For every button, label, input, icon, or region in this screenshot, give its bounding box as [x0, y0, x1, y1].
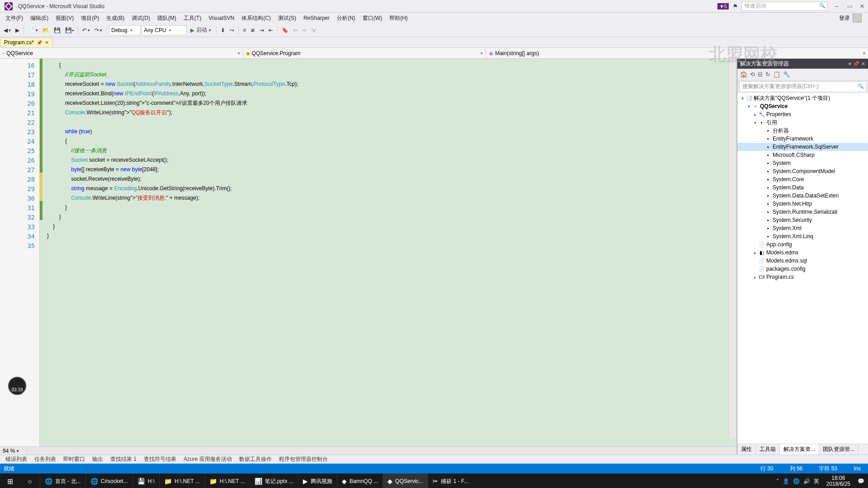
start-button[interactable]: ⊞	[0, 477, 20, 486]
avatar-icon[interactable]	[853, 14, 862, 23]
tree-row[interactable]: 📄Models.edmx.sql	[737, 257, 868, 265]
tab-properties[interactable]: 属性	[737, 444, 756, 455]
home-icon[interactable]: 🏠	[740, 71, 747, 78]
refresh-icon[interactable]: ↻	[765, 71, 770, 78]
bottom-tab[interactable]: 任务列表	[32, 455, 59, 464]
outdent-button[interactable]: ⇤	[267, 26, 275, 34]
bottom-tab[interactable]: 输出	[90, 455, 106, 464]
tree-row[interactable]: ▪System	[737, 159, 868, 167]
step-icon[interactable]: ⬇	[219, 26, 227, 34]
forward-button[interactable]: ▶	[14, 26, 21, 34]
save-all-button[interactable]: 💾▪	[63, 26, 75, 34]
sync-icon[interactable]: ⟲	[750, 71, 755, 78]
taskbar-item[interactable]: 🌐首页 - 北...	[40, 474, 85, 488]
menu-resharper[interactable]: ReSharper	[300, 14, 333, 23]
redo-button[interactable]: ↷▾	[93, 26, 104, 34]
tree-row[interactable]: ▪System.Xml	[737, 224, 868, 232]
nav-class-dropdown[interactable]: ◆QQService.Program▾	[243, 48, 486, 58]
pin-icon[interactable]: 📌	[37, 40, 42, 45]
menu-project[interactable]: 项目(P)	[77, 13, 103, 23]
system-tray[interactable]: ˄ 👤 🌐 🔊 英 18:062018/6/25 💬	[773, 475, 868, 487]
tab-team[interactable]: 团队资源管...	[819, 444, 859, 455]
bottom-tab[interactable]: 程序包管理器控制台	[276, 455, 330, 464]
maximize-button[interactable]: ▭	[845, 3, 854, 9]
tree-row[interactable]: ▪System.Net.Http	[737, 200, 868, 208]
uncomment-button[interactable]: ≢	[249, 26, 257, 34]
tree-row[interactable]: ▪System.Xml.Linq	[737, 232, 868, 240]
bottom-tab[interactable]: 即时窗口	[61, 455, 88, 464]
vertical-scrollbar[interactable]	[728, 59, 736, 438]
menu-file[interactable]: 文件(F)	[2, 13, 27, 23]
login-link[interactable]: 登录	[839, 14, 850, 22]
bottom-tab[interactable]: 数据工具操作	[236, 455, 274, 464]
tray-up-icon[interactable]: ˄	[776, 478, 779, 484]
taskbar-item[interactable]: ▶腾讯视频	[298, 474, 337, 488]
menu-debug[interactable]: 调试(D)	[128, 13, 154, 23]
open-button[interactable]: 📂	[41, 26, 51, 34]
tray-net-icon[interactable]: 🌐	[793, 478, 800, 484]
new-file-button[interactable]: 📄▾	[26, 26, 40, 34]
close-button[interactable]: ✕	[858, 3, 866, 9]
bottom-tab[interactable]: 查找符号结果	[141, 455, 179, 464]
zoom-dropdown[interactable]: 94 %▾	[0, 448, 27, 454]
tree-row[interactable]: ▸🔧Properties	[737, 110, 868, 118]
doc-tab-program[interactable]: Program.cs* 📌 ✕	[0, 38, 53, 47]
bookmark-icon[interactable]: 🔖	[280, 26, 290, 34]
properties-icon[interactable]: 🔧	[783, 71, 790, 78]
tray-notif-icon[interactable]: 💬	[858, 478, 864, 484]
tray-user-icon[interactable]: 👤	[783, 478, 789, 484]
nav-member-dropdown[interactable]: ◉Main(string[] args)▾	[486, 48, 868, 58]
undo-button[interactable]: ↶▾	[80, 26, 92, 34]
taskbar-item[interactable]: 📁H:\.NET ...	[159, 474, 204, 488]
bottom-tab[interactable]: 查找结果 1	[108, 455, 139, 464]
taskbar-item[interactable]: 📊笔记.pptx ...	[250, 474, 298, 488]
taskbar-item[interactable]: ◆QQServic...	[382, 474, 428, 488]
tree-row[interactable]: ▾📑解决方案"QQService"(1 个项目)	[737, 94, 868, 102]
taskbar-item[interactable]: ✂捕获 1 - F...	[428, 474, 473, 488]
taskbar-item[interactable]: 🌐C#socket...	[85, 474, 132, 488]
taskbar-item[interactable]: 📁H:\.NET ...	[204, 474, 250, 488]
tray-ime[interactable]: 英	[814, 478, 819, 485]
nav2-icon[interactable]: ⇨	[300, 26, 308, 34]
tab-toolbox[interactable]: 工具箱	[756, 444, 780, 455]
menu-team[interactable]: 团队(M)	[154, 13, 180, 23]
tree-row[interactable]: ▪System.Data.DataSetExten	[737, 192, 868, 200]
show-all-icon[interactable]: 📋	[773, 71, 780, 78]
solution-tree[interactable]: ▾📑解决方案"QQService"(1 个项目)▾▫QQService▸🔧Pro…	[737, 93, 868, 444]
tree-row[interactable]: ▪分析器	[737, 127, 868, 135]
menu-architecture[interactable]: 体系结构(C)	[238, 13, 274, 23]
indent-button[interactable]: ⇥	[258, 26, 266, 34]
flag-icon[interactable]: ⚑	[731, 2, 740, 11]
clock[interactable]: 18:062018/6/25	[823, 475, 854, 487]
taskbar-item[interactable]: ◆BamnQQ ...	[337, 474, 382, 488]
menu-view[interactable]: 视图(V)	[52, 13, 77, 23]
platform-dropdown[interactable]: Any CPU▾	[142, 25, 187, 35]
tree-row[interactable]: 📄App.config	[737, 240, 868, 249]
menu-build[interactable]: 生成(B)	[103, 13, 128, 23]
tree-row[interactable]: ▪System.Runtime.Serializati	[737, 208, 868, 216]
back-button[interactable]: ◀▾	[2, 26, 13, 34]
bottom-tab[interactable]: 错误列表	[3, 455, 30, 464]
nav3-icon[interactable]: ⇲	[309, 26, 317, 34]
collapse-icon[interactable]: ⊟	[758, 71, 763, 78]
solution-search[interactable]: 搜索解决方案资源管理器(Ctrl+;)	[739, 81, 866, 92]
horizontal-scrollbar[interactable]: 94 %▾	[0, 446, 736, 455]
tree-row[interactable]: ▪EntityFramework	[737, 135, 868, 143]
tree-row[interactable]: ▪System.Data	[737, 183, 868, 192]
tab-close-icon[interactable]: ✕	[45, 40, 49, 46]
cortana-icon[interactable]: ○	[20, 478, 40, 485]
quick-launch-input[interactable]: 快速启动	[741, 2, 827, 11]
panel-close-icon[interactable]: ✕	[861, 61, 865, 67]
nav1-icon[interactable]: ⇦	[291, 26, 299, 34]
menu-test[interactable]: 测试(S)	[274, 13, 300, 23]
start-debug-button[interactable]: ▶启动▾	[188, 25, 214, 35]
menu-help[interactable]: 帮助(H)	[386, 13, 411, 23]
panel-dropdown-icon[interactable]: ▾	[849, 61, 851, 67]
tree-row[interactable]: 📄packages.config	[737, 265, 868, 273]
editor[interactable]: 1617181920212223242526272829303132333435…	[0, 59, 737, 455]
tree-row[interactable]: ▪Microsoft.CSharp	[737, 151, 868, 159]
comment-button[interactable]: ≡	[241, 26, 248, 34]
tree-row[interactable]: ▸C#Program.cs	[737, 273, 868, 281]
menu-edit[interactable]: 编辑(E)	[27, 13, 52, 23]
config-dropdown[interactable]: Debug▾	[109, 25, 141, 35]
